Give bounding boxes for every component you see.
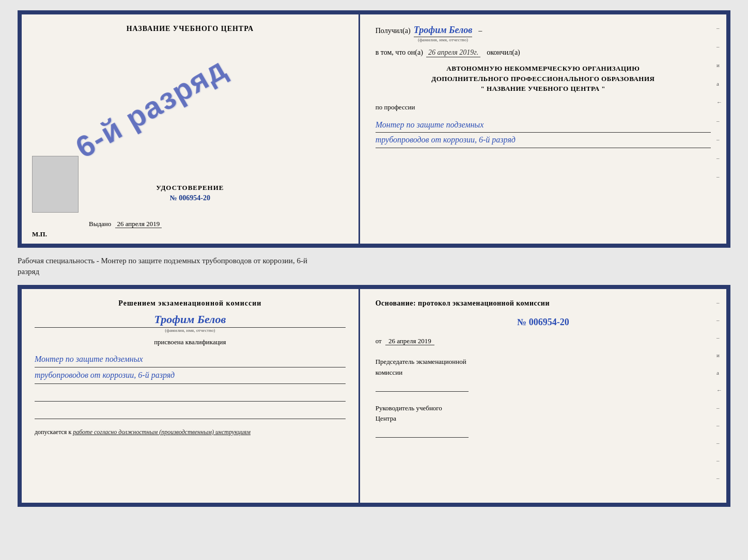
dopuskaetsya-label: допускается к [35, 428, 71, 436]
rukovoditel-block: Руководитель учебного Центра [376, 403, 711, 438]
qual-line1: Монтер по защите подземных [35, 351, 346, 367]
mark8: – [716, 155, 722, 161]
mark9: – [716, 173, 722, 180]
b-mark9: – [716, 440, 722, 446]
middle-line1: Рабочая специальность - Монтер по защите… [18, 255, 730, 266]
bottom-right-marks: – – – и а ← – – – – – [716, 299, 722, 481]
mark4: а [716, 81, 722, 87]
vtom-line: в том, что он(а) 26 апреля 2019г. окончи… [376, 49, 711, 57]
profession-line1: Монтер по защите подземных [376, 118, 711, 133]
b-mark4: и [716, 352, 722, 358]
top-cert-right: Получил(а) Трофим Белов (фамилия, имя, о… [360, 14, 726, 244]
b-mark3: – [716, 334, 722, 341]
predsedatel-label2: комиссии [376, 367, 711, 378]
ot-label: от [376, 337, 382, 345]
b-mark2: – [716, 317, 722, 323]
photo-placeholder [32, 156, 79, 213]
org-line3: " НАЗВАНИЕ УЧЕБНОГО ЦЕНТРА " [376, 84, 711, 94]
rukovoditel-label2: Центра [376, 413, 711, 424]
b-mark6: ← [716, 387, 722, 393]
profession-block: Монтер по защите подземных трубопроводов… [376, 118, 711, 149]
poluchil-line: Получил(а) Трофим Белов (фамилия, имя, о… [376, 25, 711, 42]
mark3: и [716, 62, 722, 68]
bottom-fio-small: (фамилия, имя, отчество) [35, 328, 346, 333]
b-mark1: – [716, 299, 722, 306]
bottom-fio-block: Трофим Белов (фамилия, имя, отчество) [35, 313, 346, 333]
profession-line2: трубопроводов от коррозии, 6-й разряд [376, 133, 711, 148]
empty-line1 [35, 391, 346, 402]
stamp-text: 6-й разряд [69, 51, 232, 165]
predsedatel-signature [376, 381, 469, 392]
udostoverenie-block: УДОСТОВЕРЕНИЕ № 006954-20 [156, 184, 224, 202]
resheniem-title: Решением экзаменационной комиссии [35, 299, 346, 308]
b-mark10: – [716, 457, 722, 463]
middle-line2: разряд [18, 266, 730, 277]
mark2: – [716, 43, 722, 50]
b-mark7: – [716, 405, 722, 411]
vydano-date: 26 апреля 2019 [115, 220, 162, 228]
fio-small-top: (фамилия, имя, отчество) [418, 37, 468, 42]
dash-top: – [478, 27, 482, 35]
poluchil-name: Трофим Белов [414, 25, 473, 37]
top-cert-title: НАЗВАНИЕ УЧЕБНОГО ЦЕНТРА [127, 25, 254, 33]
rukovoditel-label1: Руководитель учебного [376, 403, 711, 414]
qual-line2: трубопроводов от коррозии, 6-й разряд [35, 367, 346, 383]
mark6: – [716, 118, 722, 124]
empty-line2 [35, 409, 346, 419]
predsedatel-label1: Председатель экзаменационной [376, 357, 711, 367]
b-mark5: а [716, 370, 722, 376]
protocol-num: № 006954-20 [376, 317, 711, 328]
poluchil-label: Получил(а) [376, 27, 411, 35]
bottom-cert-left: Решением экзаменационной комиссии Трофим… [22, 289, 360, 503]
vydano-label: Выдано [89, 220, 111, 228]
mark5: ← [716, 99, 722, 105]
po-professii-label: по профессии [376, 103, 711, 111]
predsedatel-block: Председатель экзаменационной комиссии [376, 357, 711, 392]
top-cert-left: НАЗВАНИЕ УЧЕБНОГО ЦЕНТРА 6-й разряд УДОС… [22, 14, 360, 244]
okončil-label: окончил(а) [487, 49, 520, 57]
top-certificate: НАЗВАНИЕ УЧЕБНОГО ЦЕНТРА 6-й разряд УДОС… [18, 10, 730, 248]
bottom-fio-name: Трофим Белов [35, 313, 346, 328]
ot-line: от 26 апреля 2019 [376, 337, 711, 345]
vtom-label: в том, что он(а) [376, 49, 423, 57]
org-line1: АВТОНОМНУЮ НЕКОММЕРЧЕСКУЮ ОРГАНИЗАЦИЮ [376, 63, 711, 74]
qualification-block: Монтер по защите подземных трубопроводов… [35, 351, 346, 384]
b-mark8: – [716, 422, 722, 428]
bottom-cert-right: Основание: протокол экзаменационной коми… [360, 289, 726, 503]
right-edge-marks: – – и а ← – – – – [716, 25, 722, 180]
dopuskaetsya-value: работе согласно должностным (производств… [73, 428, 251, 436]
org-line2: ДОПОЛНИТЕЛЬНОГО ПРОФЕССИОНАЛЬНОГО ОБРАЗО… [376, 74, 711, 84]
mp-label: М.П. [32, 230, 47, 238]
udostoverenie-title: УДОСТОВЕРЕНИЕ [156, 184, 224, 192]
rukovoditel-signature [376, 427, 469, 438]
b-mark11: – [716, 475, 722, 481]
middle-text-block: Рабочая специальность - Монтер по защите… [18, 253, 730, 280]
ot-date: 26 апреля 2019 [385, 337, 434, 345]
bottom-certificate: Решением экзаменационной комиссии Трофим… [18, 285, 730, 507]
mark7: – [716, 136, 722, 142]
osnovanie-title: Основание: протокол экзаменационной коми… [376, 299, 711, 308]
diagonal-stamp: 6-й разряд [59, 15, 242, 199]
vtom-date: 26 апреля 2019г. [426, 49, 480, 57]
mark1: – [716, 25, 722, 31]
dopuskaetsya-block: допускается к работе согласно должностны… [35, 428, 346, 436]
org-block: АВТОНОМНУЮ НЕКОММЕРЧЕСКУЮ ОРГАНИЗАЦИЮ ДО… [376, 63, 711, 94]
vydano-line: Выдано 26 апреля 2019 [89, 220, 162, 228]
prisvoena-label: присвоена квалификация [35, 338, 346, 346]
udostoverenie-num: № 006954-20 [156, 194, 224, 202]
